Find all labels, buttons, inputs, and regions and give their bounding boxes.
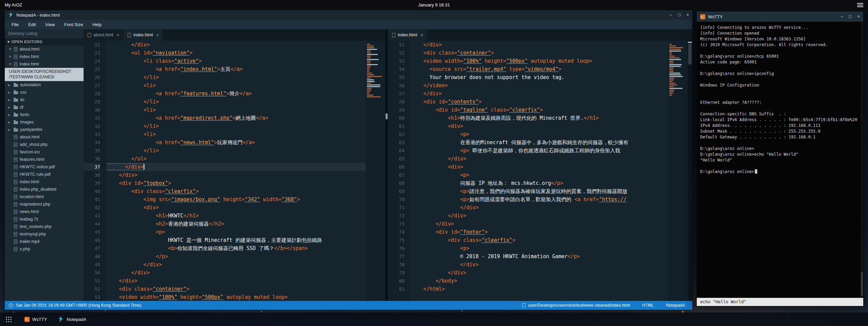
code-line[interactable]: </p> [107,252,366,261]
line-number[interactable]: 52 [84,285,100,293]
menu-item-view[interactable]: View [40,20,59,29]
line-number[interactable]: 39 [84,179,100,187]
line-number[interactable]: 61 [388,122,405,130]
line-number[interactable]: 36 [84,155,100,163]
sidebar-file-item[interactable]: index.php_disabled [5,186,84,193]
code-line[interactable]: <p> [411,244,668,252]
line-number[interactable]: 31 [84,114,100,122]
line-number[interactable]: 26 [84,73,100,81]
line-number[interactable]: 80 [388,277,405,285]
line-number[interactable]: 40 [84,187,100,195]
sidebar-folder-item[interactable]: ▸css [5,89,84,96]
line-number[interactable]: 62 [388,130,405,138]
code-line[interactable]: <div class="clearfix"> [107,187,366,195]
code-line[interactable]: </div> [411,269,668,277]
code-line[interactable]: <div class="clearfix"> [411,236,668,244]
line-number[interactable]: 56 [388,81,405,90]
code-line[interactable]: </li> [107,73,366,81]
line-number[interactable]: 59 [388,106,405,114]
terminal-input[interactable]: echo "Hello World" [697,298,863,306]
code-line[interactable]: </div> [107,261,366,269]
line-number[interactable]: 78 [388,261,405,269]
line-number[interactable]: 70 [388,195,405,204]
vertical-scrollbar[interactable] [688,41,692,301]
code-line[interactable]: <div class="container"> [411,49,668,57]
code-line[interactable]: <h1>特別為建築及鐵路而設，現代化的 Minecraft 世界.</h1> [411,114,668,122]
menu-item-help[interactable]: Help [88,20,106,29]
close-file-icon[interactable]: × [9,53,12,60]
scrollbar-thumb[interactable] [861,272,863,296]
sidebar-file-item[interactable]: mapredirect.php [5,200,84,208]
line-number[interactable]: 63 [388,138,405,147]
close-tab-icon[interactable]: × [117,33,119,38]
line-number[interactable]: 45 [84,228,100,236]
wstty-titlebar[interactable]: WsTTY – □ × [697,12,863,22]
sidebar-file-item[interactable]: trailer.mp4 [5,238,84,245]
code-line[interactable]: <a href="features.html">簡介</a> [107,90,366,98]
code-line[interactable]: Your browser does not support the video … [411,73,668,81]
code-line[interactable]: <p> 即使你不是建築師，你也能透過紅石師或鐵路工程師的身份加入我 [411,147,668,155]
code-line[interactable]: </html> [411,285,668,293]
minimize-button[interactable]: – [670,10,672,20]
line-number[interactable]: 42 [84,204,100,212]
line-number[interactable]: 33 [84,130,100,138]
sidebar-file-item[interactable]: HKWTC rule.pdf [5,171,84,178]
line-number[interactable]: 51 [84,277,100,285]
code-line[interactable]: </div> [107,163,366,171]
code-line[interactable]: <ul id="navigation"> [107,49,366,57]
line-number[interactable]: 75 [388,236,405,244]
code-line[interactable]: <li> [107,130,366,138]
tab-index-html[interactable]: index.html × [124,29,163,41]
sidebar-file-item[interactable]: testmysql.php [5,230,84,238]
code-line[interactable]: <div class="container"> [107,285,366,293]
sidebar-file-item[interactable]: news.html [5,208,84,215]
line-number[interactable]: 57 [388,90,405,98]
code-line[interactable]: </div> [107,269,366,277]
splitter-handle-icon[interactable] [386,113,388,119]
line-number[interactable]: 77 [388,252,405,261]
code-line[interactable]: <div id="footer"> [411,228,668,236]
line-number[interactable]: 69 [388,187,405,195]
line-number[interactable]: 25 [84,65,100,73]
code-line[interactable]: </div> [411,212,668,220]
code-line[interactable]: <li> [107,81,366,90]
line-number[interactable]: 74 [388,228,405,236]
code-area[interactable]: 5152535455565758596061626364656667686970… [388,41,692,301]
line-number[interactable]: 52 [388,49,405,57]
taskbar-item-wstty[interactable]: WsTTY [19,312,52,326]
minimap[interactable] [366,41,385,301]
code-line[interactable]: <video width="100%" height="500px" autop… [107,293,366,301]
line-number[interactable]: 79 [388,269,405,277]
code-line[interactable]: <a href="news.html">玩家傳送門</a> [107,138,366,147]
code-line[interactable]: <source src="trailer.mp4" type="video/mp… [411,65,668,73]
code-line[interactable]: 伺服器 IP 地址為： mcs.hkwtc.org</p> [411,179,668,187]
minimap[interactable] [668,41,688,301]
line-number[interactable]: 58 [388,98,405,106]
code-line[interactable]: </li> [107,147,366,155]
sidebar-file-item[interactable]: add_vhost.php [5,141,84,148]
root-folder-item[interactable]: USER:/DESKTOP/SCREENSHOT /TEST/WWW CLEAN… [5,68,84,81]
sidebar-file-item[interactable]: teabag.7z [5,215,84,223]
code-line[interactable]: </div> [107,41,366,49]
code-line[interactable]: <div> [107,204,366,212]
code-line[interactable]: </ul> [107,155,366,163]
code-line[interactable]: </body> [411,277,668,285]
line-number[interactable]: 60 [388,114,405,122]
sidebar-folder-item[interactable]: ▸dc [5,96,84,103]
open-editor-item[interactable]: ×index.html [5,60,84,68]
line-number[interactable]: 76 [388,244,405,252]
code-line[interactable]: HKWTC 是一個 Minecraft 的建築伺服器，主要建築計劃包括鐵路 [107,236,366,244]
close-file-icon[interactable]: × [9,60,12,68]
line-number[interactable]: 64 [388,147,405,155]
line-number[interactable]: 29 [84,98,100,106]
code-line[interactable]: <div> [411,163,668,171]
sidebar-file-item[interactable]: favicon.ico [5,148,84,156]
pane-splitter[interactable] [385,29,388,301]
sidebar-folder-item[interactable]: ▸yamlyamlini [5,126,84,133]
code-line[interactable]: </div> [411,90,668,98]
line-number[interactable]: 81 [388,285,405,293]
code-line[interactable]: © 2018 - 2019 HKWTC Animation Gamer</p> [411,252,668,261]
code-line[interactable]: 在香港的Minecraft 伺服器中，多為小遊戲和純生存的伺服器，較少擁有 [411,138,668,147]
code-area[interactable]: 2223242526272829303132333435363738394041… [84,41,385,301]
notepad-titlebar[interactable]: NotepadA - index.html – □ × [5,10,692,20]
